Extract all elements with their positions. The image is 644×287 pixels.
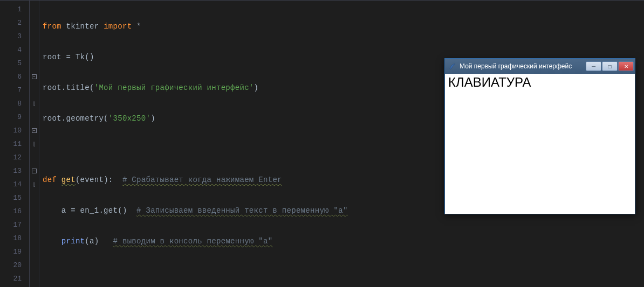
fold-toggle-icon[interactable]: − (32, 169, 37, 173)
line-number: 4 (0, 43, 29, 57)
line-number: 1 (0, 3, 29, 16)
maximize-button[interactable]: □ (602, 61, 618, 71)
line-number: 16 (0, 205, 29, 218)
text-entry-field[interactable] (445, 74, 635, 91)
minimize-icon: ─ (592, 64, 595, 69)
window-controls: ─ □ ✕ (586, 61, 634, 71)
line-number: 18 (0, 232, 29, 245)
line-number: 15 (0, 191, 29, 205)
line-number: 10 (0, 124, 29, 137)
line-number: 7 (0, 83, 29, 97)
line-number: 2 (0, 16, 29, 30)
tkinter-window[interactable]: Мой первый графический интерфейс ─ □ ✕ (444, 58, 635, 214)
line-number: 13 (0, 164, 29, 178)
fold-end-icon: ⌊ (32, 141, 36, 148)
line-number: 8 (0, 97, 29, 110)
line-number: 3 (0, 30, 29, 43)
code-line: print(a) # выводим в консоль переменную … (43, 235, 644, 248)
fold-column: − ⌊ − ⌊ − ⌊ (30, 1, 39, 287)
code-line: from tkinter import * (43, 20, 644, 33)
maximize-icon: □ (608, 64, 611, 69)
fold-end-icon: ⌊ (32, 101, 36, 107)
line-number: 12 (0, 151, 29, 164)
line-number: 11 (0, 137, 29, 151)
close-icon: ✕ (624, 64, 628, 69)
window-title: Мой первый графический интерфейс (460, 62, 586, 70)
window-titlebar[interactable]: Мой первый графический интерфейс ─ □ ✕ (445, 59, 635, 74)
code-line (43, 265, 644, 279)
tk-feather-icon (448, 62, 457, 71)
fold-end-icon: ⌊ (32, 181, 36, 188)
window-client-area (445, 74, 635, 214)
line-number: 19 (0, 245, 29, 258)
line-number: 6 (0, 70, 29, 83)
line-number: 14 (0, 178, 29, 191)
fold-toggle-icon[interactable]: − (32, 128, 37, 133)
fold-toggle-icon[interactable]: − (32, 74, 37, 79)
line-number: 5 (0, 57, 29, 70)
line-number: 17 (0, 218, 29, 232)
line-number: 20 (0, 258, 29, 272)
minimize-button[interactable]: ─ (586, 61, 601, 71)
line-number-gutter: 1 2 3 4 5 6 7 8 9 10 11 12 13 14 15 16 1… (0, 1, 30, 287)
line-number: 21 (0, 272, 29, 285)
close-button[interactable]: ✕ (618, 61, 634, 71)
line-number: 9 (0, 110, 29, 124)
